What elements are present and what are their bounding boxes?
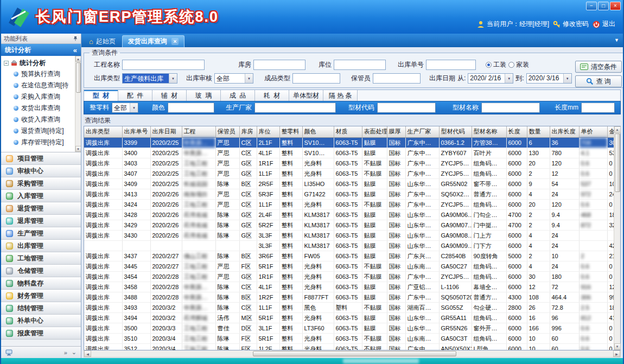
column-header[interactable]: 库位 <box>257 126 279 137</box>
tree-root-statistics[interactable]: − 统计分析 <box>4 58 74 68</box>
tab-list-caret-icon[interactable]: ▼ <box>614 37 619 43</box>
material-tab[interactable]: 成 品 <box>221 90 255 101</box>
tree-expander-icon[interactable]: − <box>4 61 9 66</box>
horizontal-scroll-track[interactable] <box>91 350 613 357</box>
tree-item[interactable]: 退货查询[待定] <box>4 125 74 137</box>
dropdown-icon[interactable]: ▼ <box>245 74 253 83</box>
column-header[interactable]: 单价 <box>579 126 607 137</box>
tab-shipment-query[interactable]: 发货出库查询× <box>122 35 184 47</box>
table-row[interactable]: 调拨出库34132020/2/26南海项目严思C区5R3F整料G71422606… <box>84 189 614 199</box>
vertical-scrollbar[interactable]: ▲ ▼ <box>614 126 620 350</box>
column-header[interactable]: 保管员 <box>215 126 239 137</box>
order-no-input[interactable] <box>426 60 476 70</box>
sidebar-item-return-store[interactable]: 退库管理 <box>1 215 81 227</box>
project-name-input[interactable] <box>122 60 205 70</box>
column-header[interactable]: 出库单号 <box>122 126 150 137</box>
tree-scroll-down-icon[interactable]: ▼ <box>75 146 81 152</box>
manufacturer-input[interactable] <box>254 103 336 113</box>
color-input[interactable] <box>168 103 214 113</box>
product-type-input[interactable] <box>292 73 340 84</box>
tree-scrollbar[interactable]: ▲ ▼ <box>75 56 81 152</box>
horizontal-scroll-thumb[interactable] <box>253 351 456 356</box>
column-header[interactable]: 生产厂家 <box>405 126 439 137</box>
material-tab[interactable]: 型 材 <box>84 90 118 101</box>
column-header[interactable]: 出库长度 <box>550 126 579 137</box>
horizontal-scrollbar[interactable]: ◀ ▶ <box>84 350 621 357</box>
logout-button[interactable]: 退出 <box>593 20 615 29</box>
clear-conditions-button[interactable]: 清空条件 <box>575 61 622 73</box>
profile-name-input[interactable] <box>481 103 540 113</box>
sidebar-item-project[interactable]: 项目管理 <box>1 152 81 165</box>
material-tab[interactable]: 耗 材 <box>255 90 289 101</box>
tab-home[interactable]: ⌂起始页 <box>84 35 121 47</box>
close-button[interactable]: × <box>610 2 621 10</box>
date-from-picker[interactable]: 2020/ 2/16 ▼ <box>468 73 513 84</box>
table-row[interactable]: 调拨出库34882020/2/28华美源…陈琳B区1R2F整料F8877FT60… <box>84 292 614 302</box>
table-row[interactable]: 调拨出库34242020/2/26工地工程严思C区1L1F整料光身料6063-T… <box>84 199 614 209</box>
sidebar-item-audit[interactable]: 审核中心 <box>1 165 81 177</box>
column-header[interactable]: 型材名称 <box>472 126 506 137</box>
sidebar-item-carryover[interactable]: 结转管理 <box>1 302 81 315</box>
computer-icon[interactable] <box>5 349 12 356</box>
tree-item[interactable]: 库存管理[待定] <box>4 137 74 148</box>
profile-code-input[interactable] <box>377 103 436 113</box>
pin-icon[interactable] <box>73 36 78 41</box>
sidebar-item-purchase[interactable]: 采购管理 <box>1 177 81 190</box>
table-row[interactable]: 调拨出库34302020/2/26石湾名城陈琳G区3L3F整料KLM381760… <box>84 230 614 240</box>
scroll-up-icon[interactable]: ▲ <box>614 126 621 133</box>
change-password-button[interactable]: 修改密码 <box>553 20 589 29</box>
material-tab[interactable]: 单体型材 <box>289 90 323 101</box>
table-row[interactable]: 调拨出库35102020/3/4工地工程陈琳F区5R1F整料光身料6063-T5… <box>84 333 614 343</box>
column-header[interactable]: 出库类型 <box>84 126 122 137</box>
dropdown-icon[interactable]: ▼ <box>169 74 177 83</box>
sidebar-item-inventory[interactable]: 物料盘存 <box>1 277 81 290</box>
material-tab[interactable]: 隔 热 条 <box>323 90 358 101</box>
collapse-icon[interactable]: « <box>73 46 77 54</box>
radio-work[interactable]: 工装 <box>486 60 506 69</box>
column-header[interactable]: 数量 <box>527 126 550 137</box>
expand-panels-icon[interactable]: » <box>64 349 67 356</box>
tree-item[interactable]: 发货出库查询 <box>4 103 74 114</box>
scroll-right-icon[interactable]: ▶ <box>613 350 620 357</box>
tree-item[interactable]: 在途信息查询[待 <box>4 80 74 91</box>
table-row[interactable]: 调拨出库33992020/2/25华美源…严思C区2L1F整料SV10…6063… <box>84 137 614 148</box>
sidebar-item-finance[interactable]: 财务管理 <box>1 290 81 302</box>
out-type-select[interactable]: 生产领料出库 ▼ <box>122 73 177 84</box>
location-input[interactable] <box>334 60 386 70</box>
table-row[interactable]: 调拨出库34452020/2/27工地工程严思F区5R1F整料光身料6063-T… <box>84 261 614 271</box>
column-header[interactable]: 表面处理 <box>362 126 387 137</box>
audit-select[interactable]: 全部 ▼ <box>214 73 253 84</box>
dropdown-icon[interactable]: ▼ <box>563 74 571 83</box>
search-button[interactable]: 查 询 <box>575 75 622 87</box>
warehouse-input[interactable] <box>253 60 305 70</box>
length-input[interactable] <box>581 103 615 113</box>
table-row[interactable]: 调拨出库35122020/3/4工地工程陈琳F区1L2F整料光身料6063-T5… <box>84 343 614 350</box>
material-tab[interactable]: 辅 材 <box>152 90 187 101</box>
column-header[interactable]: 型材代码 <box>439 126 472 137</box>
table-row[interactable]: 调拨出库34542020/2/28工地工程严思G区1R1F整料光身料6063-T… <box>84 271 614 282</box>
date-to-picker[interactable]: 2020/ 3/16 ▼ <box>526 73 572 84</box>
scroll-left-icon[interactable]: ◀ <box>84 350 91 357</box>
radio-home[interactable]: 家装 <box>508 60 529 69</box>
column-header[interactable]: 长度 <box>506 126 527 137</box>
sidebar-item-outbound[interactable]: 出库管理 <box>1 240 81 252</box>
material-tab[interactable]: 配 件 <box>118 90 152 101</box>
sidebar-item-site[interactable]: 工地管理 <box>1 252 81 265</box>
close-tab-icon[interactable]: × <box>171 38 179 45</box>
table-row[interactable]: 调拨出库34282020/2/26石湾名城陈琳G区2L4F整料KLM381760… <box>84 209 614 220</box>
tree-item[interactable]: 收货入库查询 <box>4 114 74 125</box>
table-row[interactable]: 调拨出库35002020/3/3工地工程曹佳D区3L1F整料LT3F606063… <box>84 323 614 333</box>
dropdown-icon[interactable]: ▼ <box>505 74 513 83</box>
table-row[interactable]: 调拨出库34942020/3/2石湾辉城汤伟M区5R1F整料光身料6063-T5… <box>84 312 614 323</box>
table-row[interactable]: 调拨出库34072020/2/25工地工程严思G区1L1F整料光身料6063-T… <box>84 168 614 178</box>
material-tab[interactable]: 玻 璃 <box>187 90 221 101</box>
table-row[interactable]: 调拨出库34372020/2/27佛山工程陈琳B区3R6F整料FW056063-… <box>84 251 614 261</box>
table-row[interactable]: 调拨出库34582020/2/28华美源…陈琳C区4L1F整料光身料6063-T… <box>84 282 614 292</box>
sidebar-item-warehouse[interactable]: 仓储管理 <box>1 265 81 277</box>
tree-scroll-up-icon[interactable]: ▲ <box>75 56 81 62</box>
column-header[interactable]: 膜厚 <box>387 126 405 137</box>
scroll-down-icon[interactable]: ▼ <box>614 343 621 350</box>
column-header[interactable]: 出库日期 <box>150 126 182 137</box>
table-row[interactable]: 调拨出库34032020/2/25工地工程严思G区1R1F整料光身料6063-T… <box>84 158 614 168</box>
column-header[interactable]: 库房 <box>239 126 257 137</box>
